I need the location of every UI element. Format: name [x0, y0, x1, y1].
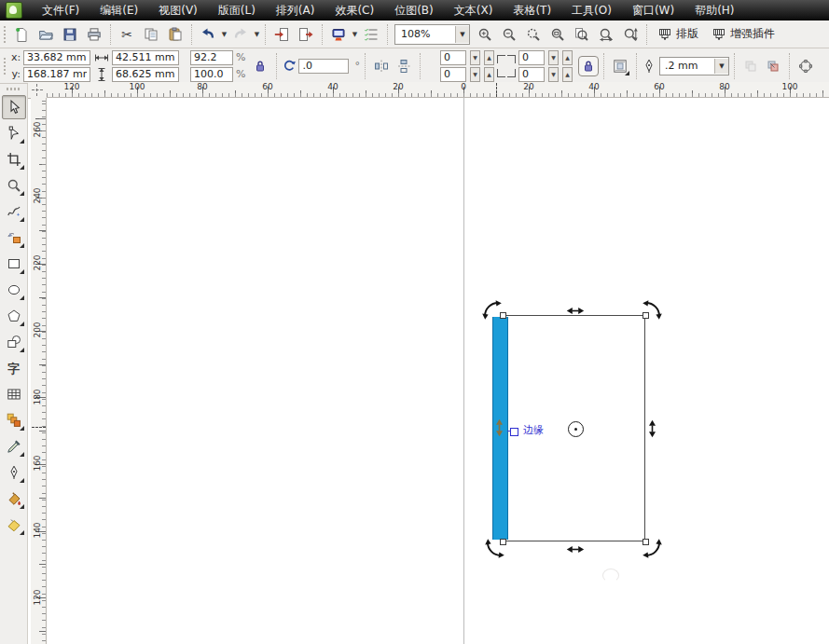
menu-item-10[interactable]: 窗口(W): [622, 0, 684, 21]
skew-handle-bottom[interactable]: [566, 545, 585, 554]
spin-up-button[interactable]: ▲: [484, 67, 494, 82]
save-button[interactable]: [58, 22, 82, 47]
freehand-tool[interactable]: [2, 199, 26, 224]
spin-down-button[interactable]: ▼: [548, 50, 559, 65]
interactive-fill-tool[interactable]: [2, 513, 26, 537]
menu-item-3[interactable]: 版面(L): [208, 0, 266, 21]
corner-radius-bl-input[interactable]: [440, 67, 466, 82]
menu-item-1[interactable]: 编辑(E): [90, 0, 148, 21]
ellipse-tool[interactable]: [2, 278, 26, 302]
menu-item-2[interactable]: 视图(V): [148, 0, 208, 21]
chevron-down-icon[interactable]: ▼: [220, 31, 228, 38]
zoom-all-button[interactable]: [546, 22, 570, 47]
corner-lock-button[interactable]: [578, 56, 599, 76]
import-button[interactable]: [269, 22, 294, 47]
table-tool[interactable]: [2, 382, 26, 406]
y-position-input[interactable]: [23, 67, 90, 82]
rotate-handle-top-right[interactable]: [642, 299, 663, 320]
convert-to-curves-button[interactable]: [794, 55, 817, 77]
wrap-text-button[interactable]: [609, 55, 631, 77]
toolbar-grip[interactable]: [4, 58, 6, 75]
spin-down-button[interactable]: ▼: [470, 50, 480, 65]
crop-tool[interactable]: [2, 147, 26, 171]
smart-fill-tool[interactable]: [2, 226, 26, 250]
welcome-options-button[interactable]: [359, 22, 383, 47]
zoom-selection-button[interactable]: [521, 22, 546, 47]
object-height-input[interactable]: [112, 67, 179, 82]
spin-down-button[interactable]: ▼: [548, 67, 559, 82]
menu-item-11[interactable]: 帮助(H): [684, 0, 744, 21]
spin-up-button[interactable]: ▲: [562, 50, 573, 65]
horizontal-ruler[interactable]: 12010080604020020406080100: [47, 82, 829, 98]
spin-up-button[interactable]: ▲: [562, 67, 573, 82]
rotate-handle-bottom-left[interactable]: [484, 539, 504, 559]
scale-lock-button[interactable]: [249, 55, 271, 77]
scale-v-input[interactable]: [190, 67, 233, 82]
menu-item-4[interactable]: 排列(A): [266, 0, 325, 21]
rotate-handle-top-left[interactable]: [481, 299, 502, 320]
toolbar-grip[interactable]: [4, 26, 6, 43]
skew-handle-right[interactable]: [648, 419, 656, 438]
pick-tool[interactable]: [2, 95, 26, 119]
mirror-horizontal-button[interactable]: [370, 55, 393, 77]
page-guideline[interactable]: [463, 98, 464, 644]
undo-button[interactable]: [196, 22, 220, 47]
zoom-level-select[interactable]: 108%▼: [394, 24, 470, 45]
eyedropper-tool[interactable]: [2, 434, 26, 459]
menu-item-8[interactable]: 表格(T): [503, 0, 561, 21]
copy-attributes-button[interactable]: [739, 55, 762, 77]
text-tool[interactable]: 字: [2, 356, 26, 380]
ruler-origin[interactable]: [28, 82, 47, 99]
enhanced-plugins-button[interactable]: 增强插件: [705, 23, 781, 46]
corner-radius-tl-input[interactable]: [440, 50, 466, 65]
shape-tool[interactable]: [2, 121, 26, 145]
chevron-down-icon[interactable]: ▼: [351, 31, 359, 38]
zoom-height-button[interactable]: [618, 22, 642, 47]
mirror-vertical-button[interactable]: [393, 55, 415, 77]
rotation-center-marker[interactable]: [568, 421, 584, 437]
rotate-handle-bottom-right[interactable]: [642, 539, 663, 559]
x-position-input[interactable]: [23, 50, 90, 65]
menu-item-0[interactable]: 文件(F): [32, 0, 90, 21]
zoom-in-button[interactable]: [473, 22, 497, 47]
zoom-page-button[interactable]: [570, 22, 594, 47]
rectangle-tool[interactable]: [2, 252, 26, 276]
paste-button[interactable]: [163, 22, 187, 47]
canvas-area[interactable]: 边缘: [47, 98, 829, 644]
zoom-out-button[interactable]: [497, 22, 521, 47]
skew-handle-left[interactable]: [495, 418, 504, 437]
zoom-width-button[interactable]: [594, 22, 618, 47]
layout-button[interactable]: 排版: [651, 23, 705, 46]
toolbox-grip[interactable]: [7, 88, 21, 90]
open-button[interactable]: [34, 22, 58, 47]
skew-handle-top[interactable]: [566, 307, 585, 315]
basic-shapes-tool[interactable]: [2, 330, 26, 354]
outline-pen-tool[interactable]: [2, 460, 26, 485]
fill-tool[interactable]: [2, 486, 26, 511]
rotation-input[interactable]: [298, 59, 349, 74]
new-document-button[interactable]: [9, 22, 34, 47]
convert-outline-button[interactable]: [762, 55, 784, 77]
scale-h-input[interactable]: [190, 50, 233, 65]
menu-item-5[interactable]: 效果(C): [325, 0, 384, 21]
print-button[interactable]: [82, 22, 106, 47]
menu-item-6[interactable]: 位图(B): [384, 0, 444, 21]
blend-tool[interactable]: [2, 408, 26, 432]
app-launcher-button[interactable]: [326, 22, 351, 47]
vertical-ruler[interactable]: 260240220200180160140120: [31, 98, 47, 644]
corner-radius-tr-input[interactable]: [518, 50, 545, 65]
redo-button[interactable]: [228, 22, 253, 47]
spin-up-button[interactable]: ▲: [484, 50, 494, 65]
selection-node-icon[interactable]: [510, 428, 518, 436]
zoom-tool[interactable]: [2, 173, 26, 198]
object-width-input[interactable]: [112, 50, 179, 65]
cut-button[interactable]: ✂: [115, 22, 139, 47]
chevron-down-icon[interactable]: ▼: [253, 31, 261, 38]
menu-item-9[interactable]: 工具(O): [561, 0, 622, 21]
export-button[interactable]: [294, 22, 318, 47]
menu-item-7[interactable]: 文本(X): [444, 0, 504, 21]
polygon-tool[interactable]: [2, 304, 26, 328]
spin-down-button[interactable]: ▼: [470, 67, 480, 82]
corner-radius-br-input[interactable]: [518, 67, 545, 82]
copy-button[interactable]: [139, 22, 163, 47]
